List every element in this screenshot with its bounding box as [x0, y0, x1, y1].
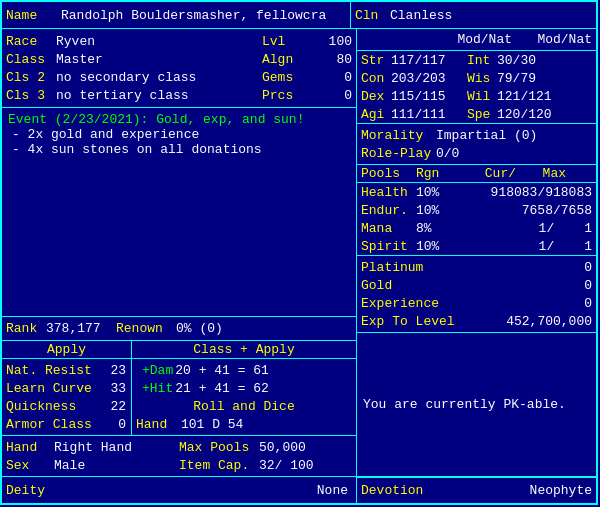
role-play-label: Role-Play — [361, 146, 436, 161]
int-label: Int — [467, 53, 497, 68]
wis-label: Wis — [467, 71, 497, 86]
nat-resist-value: 23 — [96, 363, 126, 378]
align-value: 80 — [312, 52, 352, 67]
mana-rgn: 8% — [416, 221, 456, 236]
hand-label: Hand — [136, 417, 181, 432]
health-rgn: 10% — [416, 185, 456, 200]
quickness-label: Quickness — [6, 399, 96, 414]
morality-label: Morality — [361, 128, 436, 143]
gems-label: Gems — [262, 70, 312, 85]
mana-cur: 1/1 — [456, 221, 592, 236]
clan-value: Clanless — [390, 8, 592, 23]
max-pools-value: 50,000 — [259, 440, 306, 455]
str-label: Str — [361, 53, 391, 68]
event-title: Event (2/23/2021): Gold, exp, and sun! — [8, 112, 350, 127]
lvl-value: 100 — [312, 34, 352, 49]
modnat-header1: Mod/Nat — [432, 32, 512, 47]
dam-formula: 20 + 41 = 61 — [175, 363, 269, 378]
morality-value: Impartial (0) — [436, 128, 537, 143]
devotion-value: Neophyte — [431, 483, 592, 498]
devotion-label: Devotion — [361, 483, 431, 498]
lvl-label: Lvl — [262, 34, 312, 49]
sex-label: Sex — [6, 458, 54, 473]
cls2-value: no secondary class — [56, 70, 254, 85]
spirit-rgn: 10% — [416, 239, 456, 254]
dam-label: +Dam — [142, 363, 173, 378]
hit-formula: 21 + 41 = 62 — [175, 381, 269, 396]
cur-header: Cur/ — [456, 166, 516, 181]
hand-value: 101 D 54 — [181, 417, 243, 432]
endur-cur: 7658/7658 — [456, 203, 592, 218]
hand-sex-hand-value: Right Hand — [54, 440, 132, 455]
prcs-value: 0 — [312, 88, 352, 103]
platinum-value: 0 — [451, 260, 592, 275]
spe-label: Spe — [467, 107, 497, 122]
str-value: 117/117 — [391, 53, 459, 68]
pools-header-label: Pools — [361, 166, 416, 181]
event-item-1: - 2x gold and experience — [8, 127, 350, 142]
agi-label: Agi — [361, 107, 391, 122]
renown-label: Renown — [116, 321, 176, 336]
pk-text: You are currently PK-able. — [363, 397, 566, 412]
cls2-label: Cls 2 — [6, 70, 56, 85]
modnat-header2: Mod/Nat — [522, 32, 592, 47]
learn-curve-label: Learn Curve — [6, 381, 96, 396]
int-value: 30/30 — [497, 53, 536, 68]
experience-value: 0 — [451, 296, 592, 311]
hit-label: +Hit — [142, 381, 173, 396]
gold-label: Gold — [361, 278, 451, 293]
cln-label: Cln — [355, 8, 390, 23]
exp-to-level-label: Exp To Level — [361, 314, 455, 329]
spirit-label: Spirit — [361, 239, 416, 254]
wil-label: Wil — [467, 89, 497, 104]
roll-label: Roll and Dice — [136, 399, 352, 414]
apply-col1-header: Apply — [2, 341, 132, 358]
character-name: Randolph Bouldersmasher, fellowcra — [61, 8, 346, 23]
endur-rgn: 10% — [416, 203, 456, 218]
armor-class-label: Armor Class — [6, 417, 96, 432]
rank-value: 378,177 — [46, 321, 116, 336]
health-cur: 918083/918083 — [456, 185, 592, 200]
wil-value: 121/121 — [497, 89, 552, 104]
exp-to-level-value: 452,700,000 — [455, 314, 592, 329]
dex-value: 115/115 — [391, 89, 459, 104]
gold-value: 0 — [451, 278, 592, 293]
nat-resist-label: Nat. Resist — [6, 363, 96, 378]
apply-col2-header: Class + Apply — [132, 341, 356, 358]
con-label: Con — [361, 71, 391, 86]
spe-value: 120/120 — [497, 107, 552, 122]
wis-value: 79/79 — [497, 71, 536, 86]
cls3-label: Cls 3 — [6, 88, 56, 103]
rgn-header: Rgn — [416, 166, 456, 181]
max-header: Max — [516, 166, 566, 181]
spirit-cur: 1/1 — [456, 239, 592, 254]
dex-label: Dex — [361, 89, 391, 104]
prcs-label: Prcs — [262, 88, 312, 103]
renown-value: 0% (0) — [176, 321, 223, 336]
sex-value: Male — [54, 458, 85, 473]
experience-label: Experience — [361, 296, 451, 311]
armor-class-value: 0 — [96, 417, 126, 432]
item-cap-label: Item Cap. — [179, 458, 259, 473]
deity-label: Deity — [6, 483, 51, 498]
item-cap-value: 32/ 100 — [259, 458, 314, 473]
role-play-value: 0/0 — [436, 146, 459, 161]
health-label: Health — [361, 185, 416, 200]
max-pools-label: Max Pools — [179, 440, 259, 455]
name-label: Name — [6, 8, 61, 23]
event-item-2: - 4x sun stones on all donations — [8, 142, 350, 157]
con-value: 203/203 — [391, 71, 459, 86]
race-label: Race — [6, 34, 56, 49]
hand-sex-hand-label: Hand — [6, 440, 54, 455]
deity-value: None — [51, 483, 352, 498]
learn-curve-value: 33 — [96, 381, 126, 396]
quickness-value: 22 — [96, 399, 126, 414]
endur-label: Endur. — [361, 203, 416, 218]
class-label: Class — [6, 52, 56, 67]
class-value: Master — [56, 52, 254, 67]
mana-label: Mana — [361, 221, 416, 236]
platinum-label: Platinum — [361, 260, 451, 275]
race-value: Ryven — [56, 34, 254, 49]
cls3-value: no tertiary class — [56, 88, 254, 103]
align-label: Algn — [262, 52, 312, 67]
